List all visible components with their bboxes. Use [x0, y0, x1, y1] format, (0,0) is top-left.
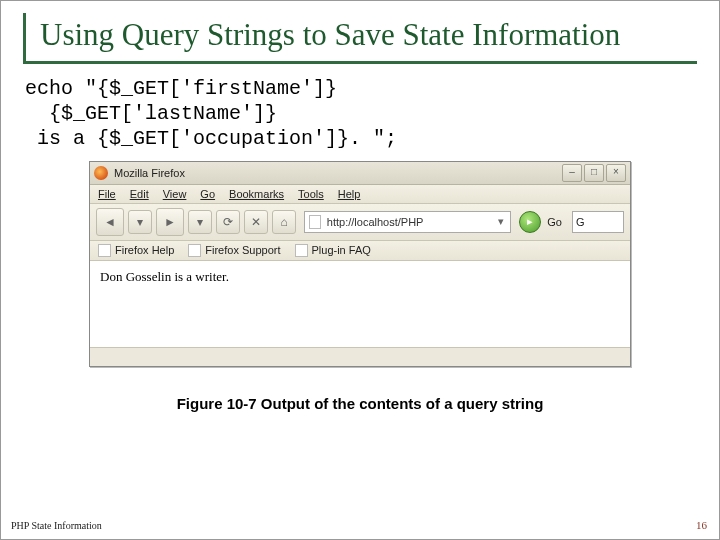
page-icon: [295, 244, 308, 257]
titlebar: Mozilla Firefox – □ ×: [90, 162, 630, 185]
close-button[interactable]: ×: [606, 164, 626, 182]
browser-window: Mozilla Firefox – □ × File Edit View Go …: [89, 161, 631, 367]
menu-file[interactable]: File: [98, 188, 116, 200]
reload-button[interactable]: ⟳: [216, 210, 240, 234]
status-bar: [90, 347, 630, 366]
search-engine-icon: G: [576, 216, 585, 228]
menu-edit[interactable]: Edit: [130, 188, 149, 200]
minimize-button[interactable]: –: [562, 164, 582, 182]
menu-bookmarks[interactable]: Bookmarks: [229, 188, 284, 200]
slide: Using Query Strings to Save State Inform…: [0, 0, 720, 540]
bookmarks-toolbar: Firefox Help Firefox Support Plug-in FAQ: [90, 241, 630, 261]
menubar: File Edit View Go Bookmarks Tools Help: [90, 185, 630, 204]
output-text: Don Gosselin is a writer.: [100, 269, 229, 284]
home-button[interactable]: ⌂: [272, 210, 296, 234]
url-dropdown-icon[interactable]: ▾: [495, 215, 507, 228]
footer-left: PHP State Information: [11, 520, 102, 531]
bookmark-firefox-help[interactable]: Firefox Help: [98, 244, 174, 257]
address-bar[interactable]: ▾: [304, 211, 511, 233]
page-icon: [98, 244, 111, 257]
title-block: Using Query Strings to Save State Inform…: [23, 13, 697, 64]
window-title: Mozilla Firefox: [114, 167, 562, 179]
back-dropdown[interactable]: ▾: [128, 210, 152, 234]
bookmark-firefox-support[interactable]: Firefox Support: [188, 244, 280, 257]
bookmark-plugin-faq[interactable]: Plug-in FAQ: [295, 244, 371, 257]
maximize-button[interactable]: □: [584, 164, 604, 182]
forward-button[interactable]: ►: [156, 208, 184, 236]
menu-tools[interactable]: Tools: [298, 188, 324, 200]
url-input[interactable]: [325, 215, 491, 229]
menu-go[interactable]: Go: [200, 188, 215, 200]
slide-title: Using Query Strings to Save State Inform…: [40, 17, 697, 53]
forward-dropdown[interactable]: ▾: [188, 210, 212, 234]
stop-button[interactable]: ✕: [244, 210, 268, 234]
go-label: Go: [547, 216, 562, 228]
menu-view[interactable]: View: [163, 188, 187, 200]
page-icon: [188, 244, 201, 257]
menu-help[interactable]: Help: [338, 188, 361, 200]
back-button[interactable]: ◄: [96, 208, 124, 236]
page-content: Don Gosselin is a writer.: [90, 261, 630, 347]
toolbar: ◄ ▾ ► ▾ ⟳ ✕ ⌂ ▾ ▸ Go G: [90, 204, 630, 241]
code-sample: echo "{$_GET['firstName']} {$_GET['lastN…: [25, 76, 697, 151]
figure-caption: Figure 10-7 Output of the contents of a …: [23, 395, 697, 412]
search-box[interactable]: G: [572, 211, 624, 233]
page-icon: [309, 215, 321, 229]
go-button[interactable]: ▸: [519, 211, 541, 233]
slide-number: 16: [696, 519, 707, 531]
firefox-icon: [94, 166, 108, 180]
